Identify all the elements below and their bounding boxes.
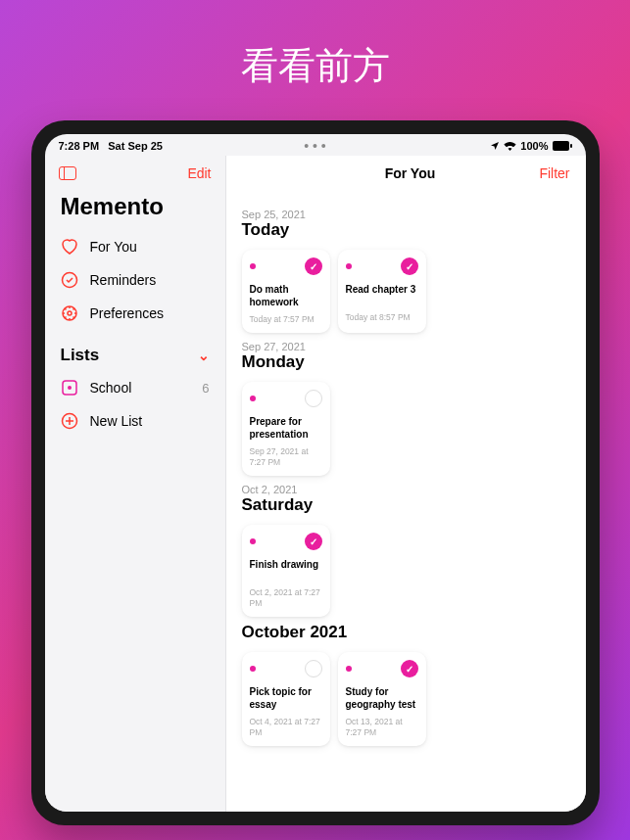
card-title: Prepare for presentation bbox=[250, 415, 322, 441]
card-row: Pick topic for essayOct 4, 2021 at 7:27 … bbox=[242, 652, 570, 746]
check-circle-icon bbox=[61, 271, 78, 289]
card-title: Read chapter 3 bbox=[346, 283, 418, 306]
checkmark-done-icon[interactable] bbox=[305, 533, 322, 550]
checkmark-empty-icon[interactable] bbox=[305, 390, 322, 407]
section-date: Sep 25, 2021 bbox=[242, 209, 570, 220]
nav-label: Preferences bbox=[90, 305, 164, 321]
plus-circle-icon bbox=[61, 412, 78, 430]
card-date: Oct 4, 2021 at 7:27 PM bbox=[250, 717, 322, 738]
gear-icon bbox=[61, 304, 78, 322]
content-scroll[interactable]: Sep 25, 2021TodayDo math homeworkToday a… bbox=[226, 191, 586, 812]
card-date: Oct 13, 2021 at 7:27 PM bbox=[346, 717, 418, 738]
svg-point-4 bbox=[68, 311, 72, 315]
reminder-card[interactable]: Pick topic for essayOct 4, 2021 at 7:27 … bbox=[242, 652, 330, 746]
list-school[interactable]: School 6 bbox=[45, 371, 225, 404]
section-name: Monday bbox=[242, 352, 570, 372]
sidebar: Edit Memento For You Reminders Preferenc… bbox=[45, 156, 226, 812]
multitask-dots: • • • bbox=[45, 138, 586, 156]
section-name: Saturday bbox=[242, 495, 570, 515]
reminder-card[interactable]: Read chapter 3Today at 8:57 PM bbox=[338, 250, 426, 333]
section-date: Oct 2, 2021 bbox=[242, 484, 570, 495]
reminder-card[interactable]: Prepare for presentationSep 27, 2021 at … bbox=[242, 382, 330, 476]
square-dot-icon bbox=[61, 379, 78, 397]
color-dot bbox=[250, 538, 256, 544]
card-title: Pick topic for essay bbox=[250, 685, 322, 711]
color-dot bbox=[346, 263, 352, 269]
lists-header-label: Lists bbox=[61, 346, 100, 365]
section-name: Today bbox=[242, 220, 570, 240]
card-row: Do math homeworkToday at 7:57 PMRead cha… bbox=[242, 250, 570, 333]
svg-point-6 bbox=[68, 386, 72, 390]
app-name: Memento bbox=[45, 187, 225, 230]
color-dot bbox=[250, 263, 256, 269]
color-dot bbox=[346, 666, 352, 672]
list-label: School bbox=[90, 380, 132, 396]
nav-label: For You bbox=[90, 239, 137, 255]
nav-preferences[interactable]: Preferences bbox=[45, 297, 225, 330]
card-row: Prepare for presentationSep 27, 2021 at … bbox=[242, 382, 570, 476]
card-title: Study for geography test bbox=[346, 685, 418, 711]
filter-button[interactable]: Filter bbox=[539, 165, 569, 181]
page-title: For You bbox=[385, 165, 436, 181]
lists-header[interactable]: Lists ⌄ bbox=[45, 330, 225, 371]
card-row: Finish drawingOct 2, 2021 at 7:27 PM bbox=[242, 525, 570, 617]
card-date: Oct 2, 2021 at 7:27 PM bbox=[250, 587, 322, 609]
device-frame: 7:28 PM Sat Sep 25 100% • • • Edit Memen… bbox=[31, 120, 600, 825]
nav-for-you[interactable]: For You bbox=[45, 230, 225, 263]
nav-label: Reminders bbox=[90, 272, 157, 288]
heart-icon bbox=[61, 238, 78, 256]
reminder-card[interactable]: Study for geography testOct 13, 2021 at … bbox=[338, 652, 426, 746]
card-date: Today at 8:57 PM bbox=[346, 312, 418, 323]
card-title: Do math homework bbox=[250, 283, 322, 308]
section-name: October 2021 bbox=[242, 623, 570, 642]
edit-button[interactable]: Edit bbox=[187, 165, 211, 181]
main-panel: For You Filter Sep 25, 2021TodayDo math … bbox=[226, 156, 586, 812]
section-date: Sep 27, 2021 bbox=[242, 341, 570, 352]
color-dot bbox=[250, 396, 256, 401]
reminder-card[interactable]: Do math homeworkToday at 7:57 PM bbox=[242, 250, 330, 333]
sidebar-toggle-icon[interactable] bbox=[59, 166, 76, 180]
card-date: Today at 7:57 PM bbox=[250, 314, 322, 325]
nav-reminders[interactable]: Reminders bbox=[45, 263, 225, 297]
screen: 7:28 PM Sat Sep 25 100% • • • Edit Memen… bbox=[45, 134, 586, 812]
app-body: Edit Memento For You Reminders Preferenc… bbox=[45, 156, 586, 812]
checkmark-done-icon[interactable] bbox=[401, 257, 418, 275]
list-label: New List bbox=[90, 413, 143, 429]
color-dot bbox=[250, 666, 256, 672]
promo-title: 看看前方 bbox=[0, 0, 630, 120]
checkmark-done-icon[interactable] bbox=[401, 660, 418, 677]
card-date: Sep 27, 2021 at 7:27 PM bbox=[250, 446, 322, 468]
new-list[interactable]: New List bbox=[45, 404, 225, 438]
checkmark-empty-icon[interactable] bbox=[305, 660, 322, 677]
card-title: Finish drawing bbox=[250, 558, 322, 582]
reminder-card[interactable]: Finish drawingOct 2, 2021 at 7:27 PM bbox=[242, 525, 330, 617]
list-count: 6 bbox=[202, 381, 209, 396]
checkmark-done-icon[interactable] bbox=[305, 257, 322, 275]
chevron-down-icon: ⌄ bbox=[198, 348, 210, 363]
